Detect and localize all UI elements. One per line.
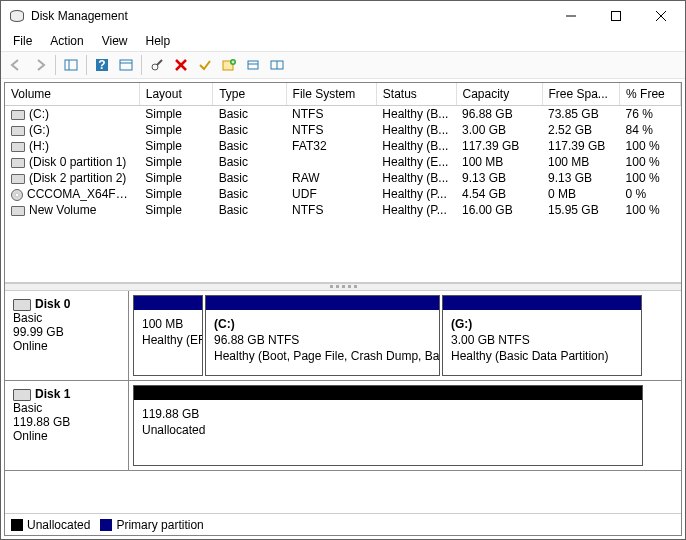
titlebar[interactable]: Disk Management xyxy=(1,1,685,31)
volume-type: Basic xyxy=(213,106,286,123)
svg-rect-8 xyxy=(120,60,132,70)
partition-desc: Healthy (Boot, Page File, Crash Dump, Ba… xyxy=(214,348,431,364)
volume-list[interactable]: Volume Layout Type File System Status Ca… xyxy=(5,83,681,283)
menu-action[interactable]: Action xyxy=(42,32,91,50)
col-fs[interactable]: File System xyxy=(286,83,376,106)
graphical-view[interactable]: Disk 0Basic99.99 GBOnline100 MBHealthy (… xyxy=(5,291,681,513)
volume-layout: Simple xyxy=(139,106,212,123)
partition-desc: Unallocated xyxy=(142,422,634,438)
volume-free: 0 MB xyxy=(542,186,620,202)
toolbar: ? xyxy=(1,51,685,79)
disk-row[interactable]: Disk 1Basic119.88 GBOnline119.88 GBUnall… xyxy=(5,381,681,471)
disk-type: Basic xyxy=(13,311,120,325)
svg-rect-1 xyxy=(611,12,620,21)
menu-file[interactable]: File xyxy=(5,32,40,50)
settings-button[interactable] xyxy=(242,54,264,76)
window-title: Disk Management xyxy=(31,9,548,23)
menu-view[interactable]: View xyxy=(94,32,136,50)
volume-type: Basic xyxy=(213,186,286,202)
disk-label[interactable]: Disk 0Basic99.99 GBOnline xyxy=(5,291,129,380)
svg-rect-4 xyxy=(65,60,77,70)
more-button[interactable] xyxy=(266,54,288,76)
table-row[interactable]: (Disk 2 partition 2)SimpleBasicRAWHealth… xyxy=(5,170,681,186)
volume-pct: 100 % xyxy=(620,202,681,218)
legend-swatch-primary xyxy=(100,519,112,531)
drive-icon xyxy=(11,110,25,120)
delete-button[interactable] xyxy=(170,54,192,76)
volume-layout: Simple xyxy=(139,186,212,202)
svg-line-11 xyxy=(157,60,162,65)
partition-stripe xyxy=(134,386,642,400)
partition-size: 96.88 GB NTFS xyxy=(214,332,431,348)
partition-title: (G:) xyxy=(451,316,633,332)
close-button[interactable] xyxy=(638,2,683,31)
volume-name: (H:) xyxy=(29,139,49,153)
volume-capacity: 96.88 GB xyxy=(456,106,542,123)
drive-icon xyxy=(11,206,25,216)
disk-icon xyxy=(13,389,31,401)
table-row[interactable]: (G:)SimpleBasicNTFSHealthy (B...3.00 GB2… xyxy=(5,122,681,138)
svg-rect-18 xyxy=(248,61,258,69)
volume-capacity: 117.39 GB xyxy=(456,138,542,154)
volume-status: Healthy (B... xyxy=(376,138,456,154)
disk-type: Basic xyxy=(13,401,120,415)
volume-layout: Simple xyxy=(139,202,212,218)
minimize-button[interactable] xyxy=(548,2,593,31)
volume-pct: 84 % xyxy=(620,122,681,138)
partition-size: 3.00 GB NTFS xyxy=(451,332,633,348)
col-status[interactable]: Status xyxy=(376,83,456,106)
col-layout[interactable]: Layout xyxy=(139,83,212,106)
col-pct[interactable]: % Free xyxy=(620,83,681,106)
check-button[interactable] xyxy=(194,54,216,76)
col-free[interactable]: Free Spa... xyxy=(542,83,620,106)
partition-size: 100 MB xyxy=(142,316,194,332)
partition-desc: Healthy (Basic Data Partition) xyxy=(451,348,633,364)
drive-icon xyxy=(11,158,25,168)
volume-fs: RAW xyxy=(286,170,376,186)
partition-unallocated[interactable]: 119.88 GBUnallocated xyxy=(133,385,643,466)
table-row[interactable]: (C:)SimpleBasicNTFSHealthy (B...96.88 GB… xyxy=(5,106,681,123)
volume-free: 73.85 GB xyxy=(542,106,620,123)
volume-name: CCCOMA_X64FRE... xyxy=(27,187,139,201)
disk-name: Disk 0 xyxy=(35,297,70,311)
refresh-button[interactable] xyxy=(115,54,137,76)
help-button[interactable]: ? xyxy=(91,54,113,76)
show-hide-console-tree-button[interactable] xyxy=(60,54,82,76)
properties-button[interactable] xyxy=(146,54,168,76)
col-volume[interactable]: Volume xyxy=(5,83,139,106)
volume-pct: 76 % xyxy=(620,106,681,123)
col-type[interactable]: Type xyxy=(213,83,286,106)
volume-name: (Disk 0 partition 1) xyxy=(29,155,126,169)
menu-help[interactable]: Help xyxy=(138,32,179,50)
table-row[interactable]: (Disk 0 partition 1)SimpleBasicHealthy (… xyxy=(5,154,681,170)
content-area: Volume Layout Type File System Status Ca… xyxy=(4,82,682,536)
volume-type: Basic xyxy=(213,122,286,138)
volume-fs xyxy=(286,154,376,170)
volume-capacity: 16.00 GB xyxy=(456,202,542,218)
volume-pct: 100 % xyxy=(620,154,681,170)
table-row[interactable]: CCCOMA_X64FRE...SimpleBasicUDFHealthy (P… xyxy=(5,186,681,202)
table-row[interactable]: (H:)SimpleBasicFAT32Healthy (B...117.39 … xyxy=(5,138,681,154)
volume-layout: Simple xyxy=(139,154,212,170)
legend-unallocated: Unallocated xyxy=(27,518,90,532)
partition-title: (C:) xyxy=(214,316,431,332)
disk-row[interactable]: Disk 0Basic99.99 GBOnline100 MBHealthy (… xyxy=(5,291,681,381)
volume-name: (Disk 2 partition 2) xyxy=(29,171,126,185)
disk-label[interactable]: Disk 1Basic119.88 GBOnline xyxy=(5,381,129,470)
partition-primary[interactable]: (G:)3.00 GB NTFSHealthy (Basic Data Part… xyxy=(442,295,642,376)
maximize-button[interactable] xyxy=(593,2,638,31)
partition-primary[interactable]: (C:)96.88 GB NTFSHealthy (Boot, Page Fil… xyxy=(205,295,440,376)
disk-size: 99.99 GB xyxy=(13,325,120,339)
table-row[interactable]: New VolumeSimpleBasicNTFSHealthy (P...16… xyxy=(5,202,681,218)
volume-status: Healthy (B... xyxy=(376,122,456,138)
new-partition-button[interactable] xyxy=(218,54,240,76)
col-capacity[interactable]: Capacity xyxy=(456,83,542,106)
volume-layout: Simple xyxy=(139,138,212,154)
partition-primary[interactable]: 100 MBHealthy (EFI Sys xyxy=(133,295,203,376)
partition-size: 119.88 GB xyxy=(142,406,634,422)
volume-fs: NTFS xyxy=(286,122,376,138)
splitter[interactable] xyxy=(5,283,681,291)
volume-capacity: 4.54 GB xyxy=(456,186,542,202)
partition-stripe xyxy=(206,296,439,310)
disk-name: Disk 1 xyxy=(35,387,70,401)
